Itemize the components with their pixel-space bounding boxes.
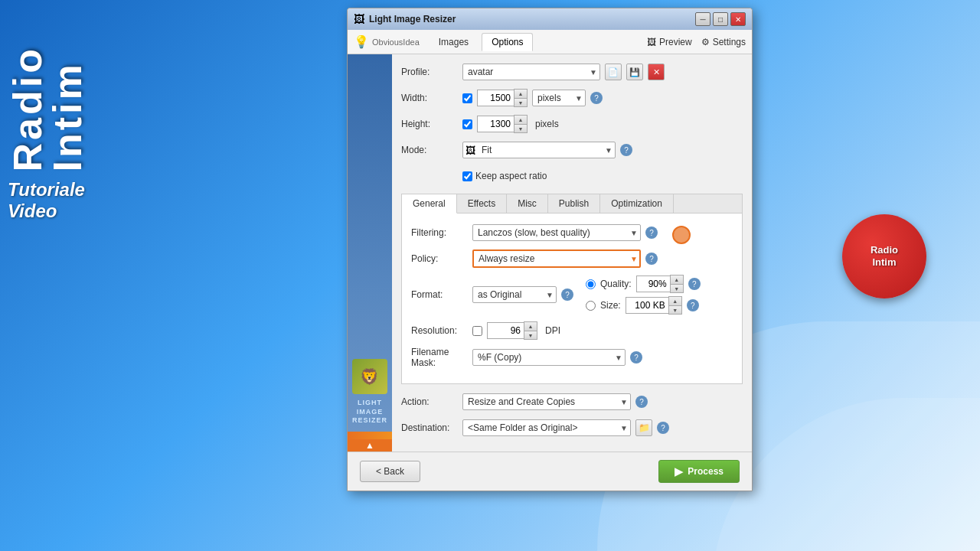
filtering-control: Lanczos (slow, best quality) ▼ ?	[472, 224, 733, 241]
resolution-spin-up[interactable]: ▲	[524, 322, 537, 331]
format-label: Format:	[411, 289, 472, 300]
destination-select[interactable]: <Same Folder as Original>	[462, 419, 631, 436]
tab-optimization[interactable]: Optimization	[600, 194, 674, 213]
mode-label: Mode:	[401, 145, 462, 155]
height-control: ▲ ▼ pixels	[462, 115, 743, 133]
resolution-input[interactable]	[487, 322, 524, 339]
height-spin-up[interactable]: ▲	[514, 116, 527, 124]
quality-help-icon[interactable]: ?	[688, 278, 701, 290]
policy-control: Always resize ▼ ?	[472, 249, 733, 268]
width-spin-down[interactable]: ▼	[514, 98, 527, 106]
policy-help-icon[interactable]: ?	[645, 253, 658, 265]
filename-mask-label: Filename Mask:	[411, 347, 472, 368]
panel-logo-image: 🦁	[352, 359, 387, 394]
height-spin-down[interactable]: ▼	[514, 124, 527, 132]
preview-action[interactable]: 🖼 Preview	[647, 37, 692, 47]
close-button[interactable]: ✕	[730, 12, 746, 26]
width-spinners: ▲ ▼	[514, 89, 528, 107]
width-checkbox[interactable]	[462, 93, 472, 103]
filtering-help-icon[interactable]: ?	[645, 227, 658, 239]
format-help-icon[interactable]: ?	[561, 289, 573, 301]
inner-tabs-content: Filtering: Lanczos (slow, best quality) …	[402, 214, 742, 383]
logo-circle: Radio Intim	[842, 214, 926, 298]
bottom-buttons: < Back ▶ Process	[348, 452, 752, 491]
brand-name: ObviousIdea	[372, 37, 420, 47]
format-select-wrapper: as Original ▼	[472, 286, 557, 303]
main-content: Profile: avatar ▼ 📄 💾 ✕ Width:	[392, 54, 752, 452]
quality-spin-up[interactable]: ▲	[671, 276, 683, 284]
filtering-select[interactable]: Lanczos (slow, best quality)	[472, 224, 641, 241]
width-input-group: ▲ ▼	[477, 89, 528, 107]
filename-mask-select[interactable]: %F (Copy)	[472, 349, 626, 366]
action-select-wrapper: Resize and Create Copies ▼	[462, 393, 631, 410]
action-label: Action:	[401, 396, 462, 407]
tab-publish[interactable]: Publish	[548, 194, 600, 213]
settings-action[interactable]: ⚙ Settings	[701, 37, 746, 47]
profile-save-button[interactable]: 💾	[626, 64, 643, 80]
resolution-spin-down[interactable]: ▼	[524, 331, 537, 339]
width-input[interactable]	[477, 90, 514, 106]
right-logo-area: Radio Intim	[842, 214, 934, 306]
tab-misc[interactable]: Misc	[507, 194, 548, 213]
panel-arrow: ▲	[348, 439, 392, 452]
width-unit-wrapper: pixels percent cm ▼	[532, 90, 586, 106]
size-spin-up[interactable]: ▲	[669, 297, 681, 305]
maximize-button[interactable]: □	[713, 12, 728, 26]
settings-label: Settings	[713, 37, 746, 47]
height-input[interactable]	[477, 116, 514, 132]
height-checkbox[interactable]	[462, 119, 472, 129]
policy-select-wrapper: Always resize ▼	[472, 249, 641, 268]
profile-delete-button[interactable]: ✕	[648, 64, 665, 80]
tab-images[interactable]: Images	[429, 33, 479, 51]
back-button[interactable]: < Back	[360, 461, 420, 482]
destination-control: <Same Folder as Original> ▼ 📁 ?	[462, 419, 743, 436]
menubar-right: 🖼 Preview ⚙ Settings	[647, 37, 746, 47]
profile-new-button[interactable]: 📄	[605, 64, 622, 80]
width-spin-up[interactable]: ▲	[514, 90, 527, 98]
destination-row: Destination: <Same Folder as Original> ▼…	[401, 418, 743, 438]
window-title: Light Image Resizer	[369, 14, 456, 24]
mode-select[interactable]: Fit	[462, 142, 616, 158]
profile-select[interactable]: avatar	[462, 64, 600, 80]
tab-effects[interactable]: Effects	[457, 194, 507, 213]
quality-input[interactable]	[636, 276, 670, 292]
size-help-icon[interactable]: ?	[687, 299, 699, 311]
policy-select[interactable]: Always resize	[472, 249, 641, 268]
process-button[interactable]: ▶ Process	[658, 460, 740, 483]
destination-help-icon[interactable]: ?	[657, 422, 669, 434]
quality-radio[interactable]	[586, 279, 596, 289]
tab-options[interactable]: Options	[482, 33, 533, 51]
width-unit-select[interactable]: pixels percent cm	[532, 90, 586, 106]
action-select[interactable]: Resize and Create Copies	[462, 393, 631, 410]
destination-browse-button[interactable]: 📁	[635, 419, 652, 436]
resolution-row: Resolution: ▲ ▼ DPI	[411, 321, 733, 341]
preview-icon: 🖼	[647, 37, 656, 47]
resolution-checkbox[interactable]	[472, 326, 482, 336]
process-play-icon: ▶	[675, 465, 683, 478]
format-row: Format: as Original ▼ ?	[411, 275, 733, 315]
minimize-button[interactable]: ─	[695, 12, 710, 26]
aspect-ratio-checkbox[interactable]	[462, 171, 472, 181]
aspect-ratio-label[interactable]: Keep aspect ratio	[462, 171, 547, 181]
filename-mask-help-icon[interactable]: ?	[630, 351, 642, 364]
height-label: Height:	[401, 119, 462, 129]
height-unit-label: pixels	[535, 119, 559, 129]
brand-area: 💡 ObviousIdea	[354, 34, 420, 49]
size-radio-label: Size:	[600, 300, 621, 311]
mode-help-icon[interactable]: ?	[620, 144, 632, 156]
logo-text: Radio Intim	[871, 244, 898, 268]
size-radio[interactable]	[586, 301, 596, 311]
width-help-icon[interactable]: ?	[590, 92, 603, 104]
size-spin-down[interactable]: ▼	[669, 305, 681, 314]
quality-spin-down[interactable]: ▼	[671, 284, 683, 292]
action-help-icon[interactable]: ?	[635, 396, 648, 408]
filename-mask-wrapper: %F (Copy) ▼	[472, 349, 626, 366]
action-control: Resize and Create Copies ▼ ?	[462, 393, 743, 410]
size-input[interactable]	[626, 297, 668, 314]
quality-input-group: ▲ ▼	[636, 275, 684, 293]
format-select[interactable]: as Original	[472, 286, 557, 303]
tab-general[interactable]: General	[402, 194, 457, 214]
quality-section: Quality: ▲ ▼ ?	[586, 275, 701, 315]
destination-label: Destination:	[401, 422, 462, 433]
left-panel: 🦁 LIGHT IMAGE RESIZER ▲	[348, 54, 392, 452]
